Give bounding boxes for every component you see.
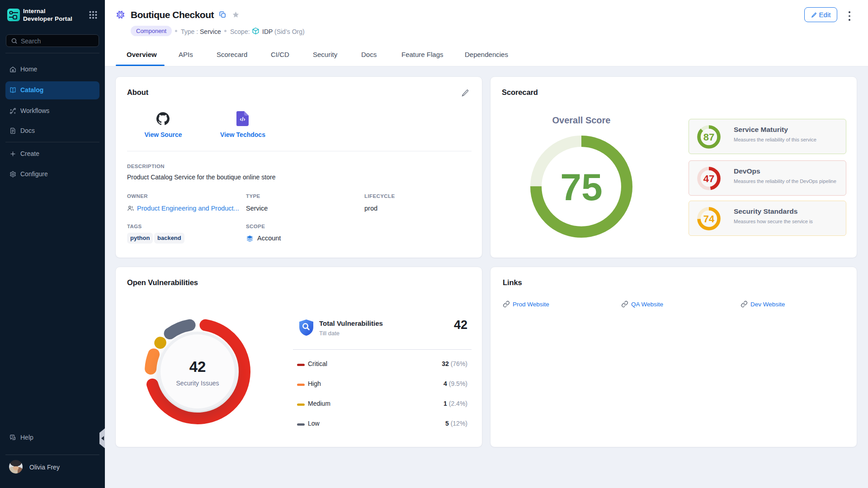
svg-text:74: 74 [703,213,715,225]
svg-text:75: 75 [560,166,602,208]
svg-text:87: 87 [703,131,714,143]
svg-text:‹/›: ‹/› [240,116,245,122]
svg-text:?: ? [11,436,13,438]
svg-text:47: 47 [703,173,714,184]
